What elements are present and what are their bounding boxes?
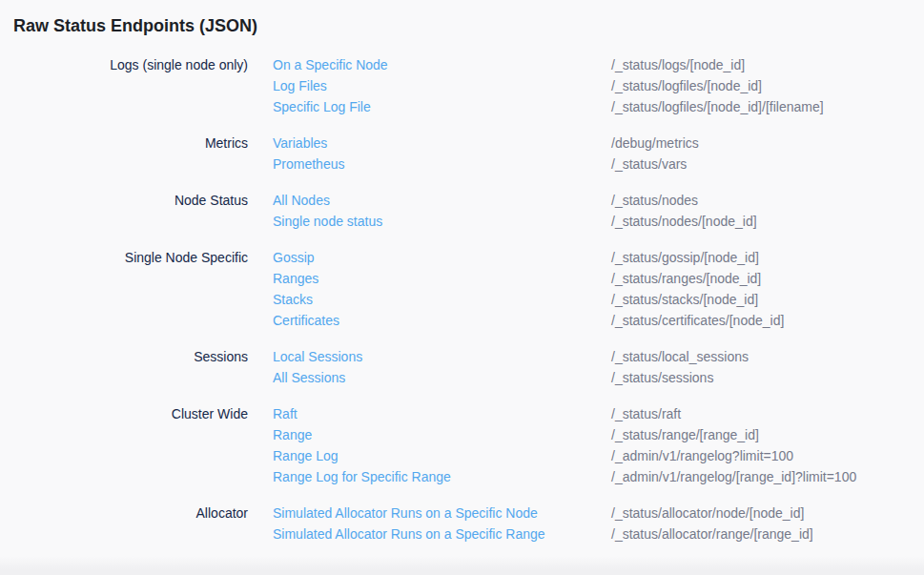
endpoint-path: /_status/nodes: [611, 190, 924, 211]
endpoint-links-column: VariablesPrometheus: [248, 133, 611, 175]
endpoint-paths-column: /_status/raft/_status/range/[range_id]/_…: [611, 403, 924, 487]
endpoint-link[interactable]: Raft: [273, 403, 611, 424]
endpoint-group: Logs (single node only)On a Specific Nod…: [0, 54, 924, 117]
endpoint-group: Single Node SpecificGossipRangesStacksCe…: [0, 247, 924, 331]
endpoint-links-column: RaftRangeRange LogRange Log for Specific…: [248, 403, 611, 487]
endpoint-link[interactable]: Log Files: [273, 75, 611, 96]
endpoint-link[interactable]: Specific Log File: [273, 96, 611, 117]
endpoint-link[interactable]: Ranges: [273, 268, 611, 289]
endpoint-paths-column: /_status/allocator/node/[node_id]/_statu…: [611, 503, 924, 544]
endpoint-path: /_status/logfiles/[node_id]/[filename]: [611, 96, 924, 117]
endpoint-path: /_status/gossip/[node_id]: [611, 247, 924, 268]
category-label: Cluster Wide: [0, 403, 248, 487]
endpoint-group: Node StatusAll NodesSingle node status/_…: [0, 190, 924, 232]
endpoint-path: /_admin/v1/rangelog?limit=100: [611, 445, 924, 466]
endpoint-path: /debug/metrics: [611, 133, 924, 154]
endpoint-path: /_status/ranges/[node_id]: [611, 268, 924, 289]
endpoint-link[interactable]: Gossip: [273, 247, 611, 268]
category-label: Logs (single node only): [0, 54, 248, 117]
category-label: Sessions: [0, 346, 248, 388]
category-label: Metrics: [0, 133, 248, 175]
endpoint-path: /_status/logfiles/[node_id]: [611, 75, 924, 96]
endpoint-link[interactable]: Simulated Allocator Runs on a Specific R…: [273, 524, 611, 544]
endpoint-path: /_status/allocator/node/[node_id]: [611, 503, 924, 524]
endpoint-path: /_status/raft: [611, 403, 924, 424]
endpoint-group: MetricsVariablesPrometheus/debug/metrics…: [0, 133, 924, 175]
endpoint-paths-column: /_status/logs/[node_id]/_status/logfiles…: [611, 54, 924, 117]
endpoints-table: Logs (single node only)On a Specific Nod…: [0, 54, 924, 544]
endpoint-path: /_status/range/[range_id]: [611, 424, 924, 445]
endpoint-path: /_status/sessions: [611, 367, 924, 388]
endpoint-link[interactable]: On a Specific Node: [273, 54, 611, 75]
endpoint-links-column: Simulated Allocator Runs on a Specific N…: [248, 503, 611, 544]
endpoint-link[interactable]: All Sessions: [273, 367, 611, 388]
endpoint-link[interactable]: Single node status: [273, 211, 611, 232]
endpoint-path: /_status/allocator/range/[range_id]: [611, 524, 924, 544]
endpoint-link[interactable]: Stacks: [273, 289, 611, 310]
endpoint-group: SessionsLocal SessionsAll Sessions/_stat…: [0, 346, 924, 388]
endpoint-links-column: On a Specific NodeLog FilesSpecific Log …: [248, 54, 611, 117]
endpoint-group: AllocatorSimulated Allocator Runs on a S…: [0, 503, 924, 544]
category-label: Node Status: [0, 190, 248, 232]
endpoint-link[interactable]: Variables: [273, 133, 611, 154]
endpoint-link[interactable]: Local Sessions: [273, 346, 611, 367]
raw-status-endpoints-page: Raw Status Endpoints (JSON) Logs (single…: [0, 0, 924, 575]
endpoint-path: /_status/stacks/[node_id]: [611, 289, 924, 310]
endpoint-paths-column: /_status/local_sessions/_status/sessions: [611, 346, 924, 388]
endpoint-path: /_admin/v1/rangelog/[range_id]?limit=100: [611, 466, 924, 487]
endpoint-path: /_status/local_sessions: [611, 346, 924, 367]
category-label: Allocator: [0, 503, 248, 544]
endpoint-links-column: All NodesSingle node status: [248, 190, 611, 232]
endpoint-path: /_status/nodes/[node_id]: [611, 211, 924, 232]
endpoint-links-column: Local SessionsAll Sessions: [248, 346, 611, 388]
endpoint-path: /_status/certificates/[node_id]: [611, 310, 924, 331]
endpoint-paths-column: /_status/gossip/[node_id]/_status/ranges…: [611, 247, 924, 331]
endpoint-link[interactable]: Range: [273, 424, 611, 445]
page-title: Raw Status Endpoints (JSON): [0, 0, 924, 37]
endpoint-paths-column: /debug/metrics/_status/vars: [611, 133, 924, 175]
endpoint-group: Cluster WideRaftRangeRange LogRange Log …: [0, 403, 924, 487]
endpoint-link[interactable]: Prometheus: [273, 154, 611, 175]
endpoint-link[interactable]: Range Log for Specific Range: [273, 466, 611, 487]
endpoint-path: /_status/vars: [611, 154, 924, 175]
endpoint-path: /_status/logs/[node_id]: [611, 54, 924, 75]
bottom-strip: [0, 556, 924, 575]
endpoint-links-column: GossipRangesStacksCertificates: [248, 247, 611, 331]
endpoint-link[interactable]: All Nodes: [273, 190, 611, 211]
endpoint-paths-column: /_status/nodes/_status/nodes/[node_id]: [611, 190, 924, 232]
endpoint-link[interactable]: Range Log: [273, 445, 611, 466]
endpoint-link[interactable]: Simulated Allocator Runs on a Specific N…: [273, 503, 611, 524]
endpoint-link[interactable]: Certificates: [273, 310, 611, 331]
category-label: Single Node Specific: [0, 247, 248, 331]
